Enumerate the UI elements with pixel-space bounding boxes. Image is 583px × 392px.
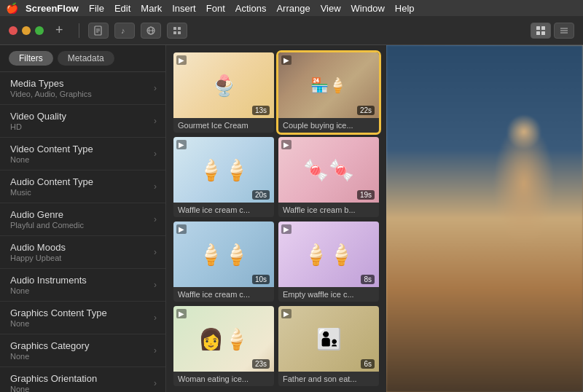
graphics-content-type-value: None	[10, 319, 107, 328]
menu-insert[interactable]: Insert	[172, 3, 196, 14]
menu-bar: 🍎 ScreenFlow File Edit Mark Insert Font …	[0, 0, 583, 16]
svg-rect-13	[541, 26, 545, 30]
sidebar-item-video-content-type[interactable]: Video Content Type None ›	[0, 138, 165, 170]
graphics-orientation-label: Graphics Orientation	[10, 373, 97, 384]
add-button[interactable]: +	[55, 23, 70, 38]
media-item-8[interactable]: 👨‍👦 ▶ 6s Father and son eat...	[278, 306, 379, 386]
graphics-category-value: None	[10, 352, 89, 361]
video-quality-value: HD	[10, 122, 66, 131]
menu-actions[interactable]: Actions	[235, 3, 267, 14]
media-types-chevron: ›	[154, 83, 157, 93]
video-content-type-label: Video Content Type	[10, 144, 93, 154]
video-content-type-chevron: ›	[154, 149, 157, 159]
audio-moods-chevron: ›	[154, 247, 157, 257]
duration-6: 8s	[361, 275, 375, 284]
audio-genre-chevron: ›	[154, 214, 157, 224]
duration-2: 22s	[357, 106, 375, 115]
media-label-8: Father and son eat...	[278, 372, 379, 386]
media-item-3[interactable]: 🍦🍦 ▶ 20s Waffle ice cream c...	[173, 137, 274, 217]
window-close[interactable]	[9, 26, 17, 35]
video-icon-8: ▶	[281, 309, 292, 318]
media-thumbnail-8: 👨‍👦 ▶ 6s	[278, 306, 379, 372]
sidebar-item-graphics-content-type[interactable]: Graphics Content Type None ›	[0, 302, 165, 334]
media-types-value: Video, Audio, Graphics	[10, 90, 92, 98]
sidebar-items: Media Types Video, Audio, Graphics › Vid…	[0, 72, 165, 392]
media-label-1: Gourmet Ice Cream	[173, 118, 274, 133]
media-item-1[interactable]: 🍨 ▶ 13s Gourmet Ice Cream	[173, 52, 274, 133]
video-icon-5: ▶	[176, 224, 187, 234]
svg-rect-10	[173, 31, 176, 34]
media-thumbnail-4: 🍬🍬 ▶ 19s	[278, 137, 379, 203]
media-grid: 🍨 ▶ 13s Gourmet Ice Cream 🏪🍦 ▶ 22s Coupl…	[166, 45, 386, 392]
video-quality-label: Video Quality	[10, 111, 66, 122]
video-icon-6: ▶	[281, 224, 292, 234]
media-thumbnail-5: 🍦🍦 ▶ 10s	[173, 222, 274, 287]
media-item-2[interactable]: 🏪🍦 ▶ 22s Couple buying ice...	[278, 52, 379, 133]
tab-metadata[interactable]: Metadata	[58, 51, 114, 66]
apple-menu[interactable]: 🍎	[6, 2, 18, 14]
audio-moods-value: Happy Upbeat	[10, 254, 66, 262]
sidebar-item-graphics-orientation[interactable]: Graphics Orientation None ›	[0, 367, 165, 392]
media-thumbnail-7: 👩🍦 ▶ 23s	[173, 306, 274, 372]
sidebar-item-graphics-category[interactable]: Graphics Category None ›	[0, 334, 165, 367]
duration-7: 23s	[252, 359, 270, 369]
graphics-category-chevron: ›	[154, 345, 157, 356]
window-minimize[interactable]	[22, 26, 31, 35]
sidebar-item-audio-content-type[interactable]: Audio Content Type Music ›	[0, 170, 165, 203]
duration-4: 19s	[357, 190, 375, 200]
sidebar-item-audio-instruments[interactable]: Audio Instruments None ›	[0, 269, 165, 302]
audio-genre-label: Audio Genre	[10, 209, 84, 220]
sidebar-item-video-quality[interactable]: Video Quality HD ›	[0, 105, 165, 138]
audio-instruments-chevron: ›	[154, 280, 157, 290]
window-maximize[interactable]	[35, 26, 44, 35]
media-types-label: Media Types	[10, 78, 92, 89]
tab-filters[interactable]: Filters	[9, 51, 53, 66]
sidebar-item-audio-moods[interactable]: Audio Moods Happy Upbeat ›	[0, 236, 165, 269]
menu-font[interactable]: Font	[206, 3, 225, 14]
view-list-button[interactable]	[554, 23, 574, 39]
toolbar-grid-icon[interactable]	[167, 23, 187, 39]
video-icon-2: ▶	[281, 55, 292, 65]
media-item-7[interactable]: 👩🍦 ▶ 23s Woman eating ice...	[173, 306, 274, 386]
graphics-orientation-value: None	[10, 385, 97, 392]
menu-mark[interactable]: Mark	[141, 3, 162, 14]
view-grid-button[interactable]	[531, 23, 551, 39]
duration-3: 20s	[252, 190, 270, 200]
duration-1: 13s	[252, 106, 270, 115]
audio-instruments-label: Audio Instruments	[10, 275, 87, 286]
video-quality-chevron: ›	[154, 116, 157, 126]
media-item-4[interactable]: 🍬🍬 ▶ 19s Waffle ice cream b...	[278, 137, 379, 217]
menu-file[interactable]: File	[89, 3, 104, 14]
sidebar-item-media-types[interactable]: Media Types Video, Audio, Graphics ›	[0, 72, 165, 105]
sidebar-item-audio-genre[interactable]: Audio Genre Playful and Comedic ›	[0, 203, 165, 236]
media-label-7: Woman eating ice...	[173, 372, 274, 386]
sidebar-tab-bar: Filters Metadata	[0, 45, 165, 72]
media-label-4: Waffle ice cream b...	[278, 203, 379, 217]
video-icon-4: ▶	[281, 140, 292, 149]
graphics-orientation-chevron: ›	[154, 378, 157, 388]
sidebar: Filters Metadata Media Types Video, Audi…	[0, 45, 166, 392]
toolbar-globe-icon[interactable]	[141, 23, 161, 39]
svg-rect-14	[536, 31, 540, 35]
svg-rect-11	[178, 31, 181, 34]
menu-arrange[interactable]: Arrange	[276, 3, 310, 14]
audio-moods-label: Audio Moods	[10, 242, 66, 253]
menu-window[interactable]: Window	[351, 3, 385, 14]
duration-8: 6s	[361, 359, 375, 369]
audio-genre-value: Playful and Comedic	[10, 221, 84, 230]
media-item-6[interactable]: 🍦🍦 ▶ 8s Empty waffle ice c...	[278, 222, 379, 302]
toolbar-music-icon[interactable]: ♪	[114, 23, 135, 39]
menu-edit[interactable]: Edit	[114, 3, 130, 14]
preview-panel	[386, 45, 583, 392]
menu-items: File Edit Mark Insert Font Actions Arran…	[89, 3, 415, 14]
duration-5: 10s	[252, 275, 270, 284]
media-label-5: Waffle ice cream c...	[173, 287, 274, 302]
menu-view[interactable]: View	[321, 3, 341, 14]
video-icon-3: ▶	[176, 140, 187, 149]
audio-content-type-label: Audio Content Type	[10, 176, 93, 187]
media-item-5[interactable]: 🍦🍦 ▶ 10s Waffle ice cream c...	[173, 222, 274, 302]
graphics-content-type-chevron: ›	[154, 313, 157, 323]
menu-help[interactable]: Help	[395, 3, 415, 14]
toolbar-doc-icon[interactable]	[88, 23, 109, 39]
graphics-content-type-label: Graphics Content Type	[10, 307, 107, 318]
